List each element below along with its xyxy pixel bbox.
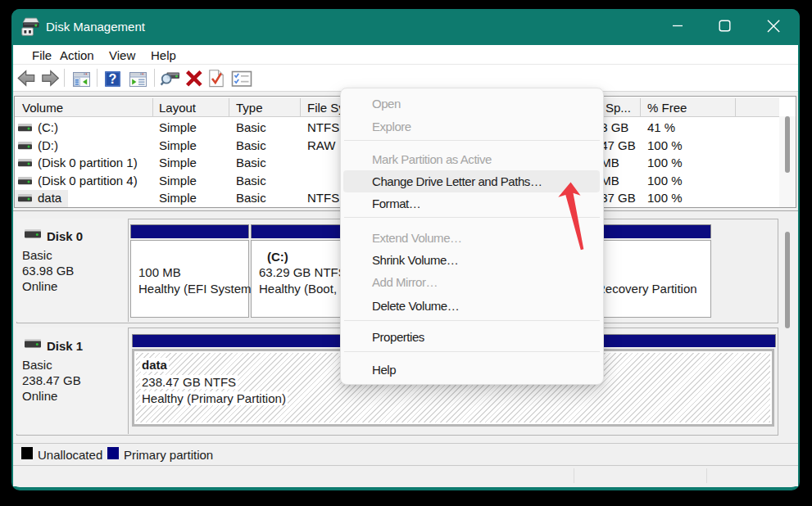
svg-text:?: ? (109, 72, 117, 86)
